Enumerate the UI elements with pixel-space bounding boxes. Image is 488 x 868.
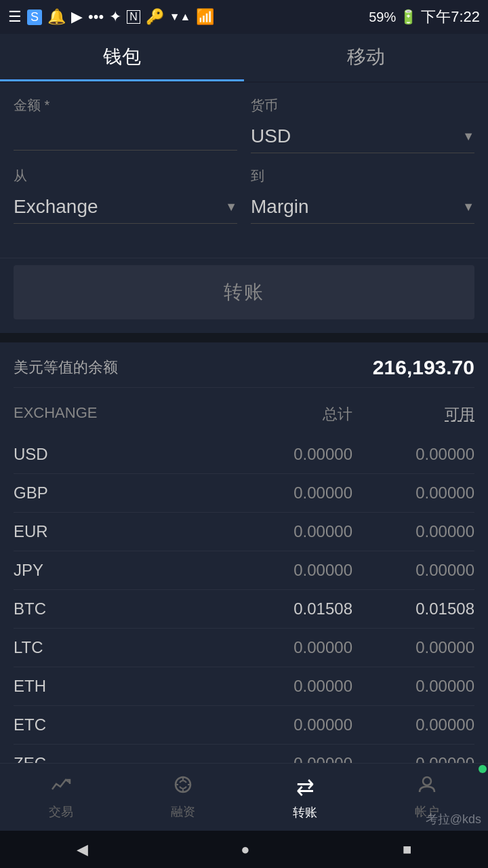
notification-icon: 🔔: [47, 8, 66, 26]
row-currency-name: JPY: [14, 561, 217, 580]
row-avail-cell: 0.00000: [352, 715, 474, 734]
row-avail-cell: 0.00000: [352, 677, 474, 696]
play-icon: ▶: [71, 8, 83, 26]
row-avail-cell: 0.00000: [352, 445, 474, 464]
table-row: ETC 0.00000 0.00000: [14, 706, 474, 745]
balance-value: 216,193.70: [373, 356, 474, 379]
trade-icon: [51, 774, 71, 800]
row-currency-name: GBP: [14, 484, 217, 502]
row-total-cell: 0.00000: [217, 484, 352, 502]
main-tabs: 钱包 移动: [0, 34, 488, 81]
nav-item-funding[interactable]: 融资: [122, 764, 244, 831]
to-value: Margin: [251, 196, 309, 218]
table-header: EXCHANGE 总计 可用: [14, 399, 474, 430]
status-right-info: 59% 🔋 下午7:22: [369, 7, 480, 27]
row-avail-value: 0.00000: [415, 445, 474, 463]
transfer-button[interactable]: 转账: [14, 265, 474, 319]
row-total-cell: 0.00000: [217, 677, 352, 696]
nav-label-transfer: 转账: [293, 804, 317, 821]
row-avail-value: 0.00000: [415, 561, 474, 579]
row-avail-cell: 0.00000: [352, 638, 474, 657]
nav-label-trade: 交易: [49, 804, 73, 820]
row-total-value: 0.00000: [293, 522, 352, 540]
key-icon: 🔑: [146, 8, 164, 26]
row-avail-value: 0.00000: [415, 715, 474, 734]
nav-item-transfer[interactable]: ⇄ 转账: [244, 764, 366, 831]
status-bar: ☰ S 🔔 ▶ ••• ✦ N 🔑 ▼▲ 📶 59% 🔋 下午7:22: [0, 0, 488, 34]
to-select[interactable]: Margin ▼: [251, 191, 474, 224]
back-button[interactable]: ◀: [77, 841, 88, 859]
currency-label: 货币: [251, 96, 474, 115]
currency-select[interactable]: USD ▼: [251, 120, 474, 153]
col-exchange-title: EXCHANGE: [14, 404, 217, 425]
row-avail-value: 0.01508: [415, 599, 474, 618]
row-total-value: 0.00000: [293, 484, 352, 502]
section-divider: [0, 333, 488, 342]
row-avail-value: 0.00000: [415, 484, 474, 502]
row-currency-name: LTC: [14, 638, 217, 657]
table-row: EUR 0.00000 0.00000: [14, 513, 474, 551]
row-avail-cell: 0.00000: [352, 522, 474, 541]
svg-point-1: [423, 777, 431, 785]
recent-button[interactable]: ■: [403, 841, 411, 859]
row-total-cell: 0.00000: [217, 522, 352, 541]
battery-icon: 🔋: [400, 9, 417, 25]
table-row: USD 0.00000 0.00000: [14, 435, 474, 474]
row-avail-cell: 0.00000: [352, 561, 474, 580]
row-total-value: 0.00000: [293, 677, 352, 695]
tab-wallet[interactable]: 钱包: [0, 34, 244, 81]
transfer-btn-area: 转账: [0, 258, 488, 333]
currency-value: USD: [251, 125, 291, 147]
currency-group: 货币 USD ▼: [251, 96, 474, 153]
row-total-value: 0.00000: [293, 445, 352, 463]
system-nav: ◀ ● ■: [0, 831, 488, 868]
row-currency-name: ETC: [14, 715, 217, 734]
nav-item-trade[interactable]: 交易: [0, 764, 122, 831]
form-row-from-to: 从 Exchange ▼ 到 Margin ▼: [14, 167, 474, 224]
row-currency-name: BTC: [14, 599, 217, 618]
watermark: 考拉@kds: [426, 811, 481, 827]
balance-label: 美元等值的余额: [14, 357, 118, 378]
row-avail-value: 0.00000: [415, 677, 474, 695]
bluetooth-icon: ✦: [109, 8, 121, 26]
row-total-value: 0.00000: [293, 715, 352, 734]
balance-row: 美元等值的余额 216,193.70: [14, 356, 474, 388]
table-row: GBP 0.00000 0.00000: [14, 474, 474, 513]
row-total-cell: 0.00000: [217, 445, 352, 464]
home-button[interactable]: ●: [241, 841, 249, 859]
row-total-value: 0.00000: [293, 638, 352, 656]
row-total-value: 0.01508: [293, 599, 352, 618]
col-avail-header: 可用: [352, 404, 474, 425]
to-dropdown-arrow: ▼: [462, 200, 474, 214]
table-row: BTC 0.01508 0.01508: [14, 590, 474, 629]
amount-input[interactable]: [14, 120, 237, 151]
bottom-nav: 交易 融资 ⇄ 转账 帐户: [0, 763, 488, 831]
table-row: LTC 0.00000 0.00000: [14, 629, 474, 667]
tab-move[interactable]: 移动: [244, 34, 488, 81]
account-online-dot: [479, 765, 487, 773]
to-label: 到: [251, 167, 474, 185]
row-total-cell: 0.00000: [217, 561, 352, 580]
nfc-icon: N: [127, 10, 140, 24]
from-label: 从: [14, 167, 237, 185]
col-total-header: 总计: [217, 404, 352, 425]
row-avail-value: 0.00000: [415, 522, 474, 540]
currency-dropdown-arrow: ▼: [462, 130, 474, 144]
row-currency-name: ETH: [14, 677, 217, 696]
row-total-cell: 0.00000: [217, 715, 352, 734]
transfer-icon: ⇄: [296, 774, 314, 800]
from-select[interactable]: Exchange ▼: [14, 191, 237, 224]
row-currency-name: USD: [14, 445, 217, 464]
table-row: ETH 0.00000 0.00000: [14, 667, 474, 706]
row-avail-cell: 0.00000: [352, 484, 474, 502]
signal-bars: 📶: [196, 8, 214, 26]
row-total-value: 0.00000: [293, 561, 352, 579]
row-avail-value: 0.00000: [415, 638, 474, 656]
from-group: 从 Exchange ▼: [14, 167, 237, 224]
account-icon: [417, 774, 437, 800]
row-currency-name: EUR: [14, 522, 217, 541]
row-avail-cell: 0.01508: [352, 599, 474, 618]
signal-lte: ▼▲: [169, 11, 191, 23]
amount-label: 金额 *: [14, 96, 237, 115]
form-row-amount-currency: 金额 * 货币 USD ▼: [14, 96, 474, 153]
